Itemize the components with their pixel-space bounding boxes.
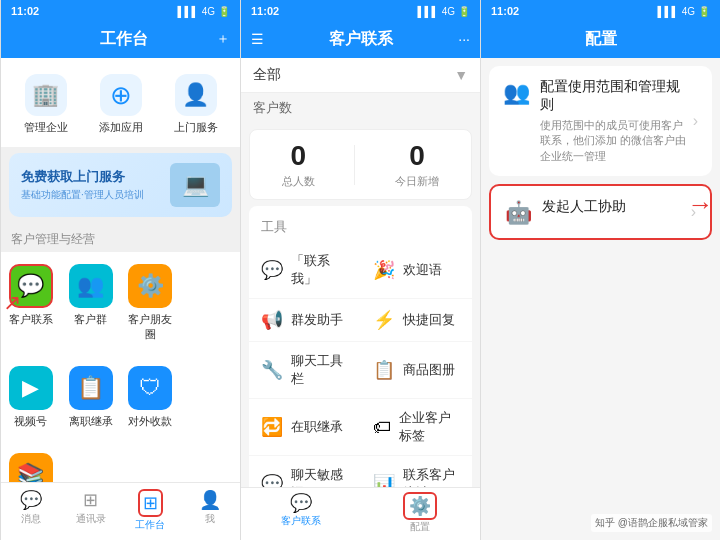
status-icons-1: ▌▌▌ 4G 🔋 (177, 6, 230, 17)
manage-company-icon: 🏢 (25, 74, 67, 116)
network-icon-3: 4G (682, 6, 695, 17)
header-right-workbench[interactable]: ＋ (216, 30, 230, 48)
tool-welcome[interactable]: 🎉 欢迎语 (361, 242, 473, 299)
external-collect-label: 对外收款 (128, 414, 172, 429)
p2-settings-label: 配置 (410, 520, 430, 534)
apps-grid-row1: 💬 客户联系 👥 客户群 ⚙️ 客户朋友圈 (1, 252, 240, 354)
customer-contact-icon: 💬 (9, 264, 53, 308)
header-workbench: 工作台 ＋ (1, 22, 240, 58)
customer-contact-body: 全部 ▼ 客户数 0 总人数 0 今日新增 工具 💬 「联系 (241, 58, 480, 487)
ai-assistant-icon: 🤖 (505, 200, 532, 226)
tool-company-tags[interactable]: 🏷 企业客户标签 (361, 399, 473, 456)
header-right-customer[interactable]: ··· (458, 31, 470, 47)
promo-banner[interactable]: 免费获取上门服务 基础功能配置·管理人员培训 💻 (9, 153, 232, 217)
today-count-num: 0 (395, 140, 439, 172)
p2-customer-icon: 💬 (290, 492, 312, 514)
tools-section: 工具 💬 「联系我」 🎉 欢迎语 📢 群发助手 ⚡ 快捷回复 (249, 206, 472, 487)
promo-desc: 基础功能配置·管理人员培训 (21, 188, 144, 202)
total-count-num: 0 (282, 140, 315, 172)
tools-grid: 💬 「联系我」 🎉 欢迎语 📢 群发助手 ⚡ 快捷回复 🔧 聊天工具 (249, 242, 472, 487)
nav-workbench-label: 工作台 (135, 518, 165, 532)
config-usage-range[interactable]: 👥 配置使用范围和管理规则 使用范围中的成员可使用客户联系，他们添加 的微信客户… (489, 66, 712, 176)
customer-contact-item[interactable]: 💬 客户联系 (1, 256, 61, 350)
promo-text: 免费获取上门服务 基础功能配置·管理人员培训 (21, 168, 144, 202)
tool-customer-stats[interactable]: 📊 联系客户统计 (361, 456, 473, 487)
company-tags-icon: 🏷 (373, 417, 391, 438)
top-icons-grid: 🏢 管理企业 ⊕ 添加应用 👤 上门服务 (1, 58, 240, 147)
config-ai-top: 🤖 发起人工协助 › (505, 198, 696, 226)
ai-assistant-content: 发起人工协助 (542, 198, 691, 216)
customer-count-box: 0 总人数 0 今日新增 (249, 129, 472, 200)
door-service-icon: 👤 (175, 74, 217, 116)
filter-icon: ▼ (454, 67, 468, 83)
quick-reply-label: 快捷回复 (403, 311, 455, 329)
door-service-item[interactable]: 👤 上门服务 (159, 66, 232, 143)
customer-group-label: 客户群 (74, 312, 107, 327)
config-ai-assistant[interactable]: 🤖 发起人工协助 › (489, 184, 712, 240)
usage-range-desc: 使用范围中的成员可使用客户联系，他们添加 的微信客户由企业统一管理 (540, 118, 693, 164)
p2-settings-icon: ⚙️ (409, 495, 431, 517)
battery-icon-3: 🔋 (698, 6, 710, 17)
group-helper-icon: 📢 (261, 309, 283, 331)
add-app-item[interactable]: ⊕ 添加应用 (84, 66, 157, 143)
tool-onboarding[interactable]: 🔁 在职继承 (249, 399, 361, 456)
leave-inheritance-icon: 📋 (69, 366, 113, 410)
header-title-settings: 配置 (511, 29, 690, 50)
status-bar-1: 11:02 ▌▌▌ 4G 🔋 (1, 0, 240, 22)
panel-workbench: 11:02 ▌▌▌ 4G 🔋 工作台 ＋ 🏢 管理企业 ⊕ 添加应用 👤 上门服… (0, 0, 240, 540)
customer-moments-icon: ⚙️ (128, 264, 172, 308)
time-1: 11:02 (11, 5, 39, 17)
customer-moments-label: 客户朋友圈 (125, 312, 177, 342)
customer-group-icon: 👥 (69, 264, 113, 308)
nav-contacts-label: 通讯录 (76, 512, 106, 526)
learning-camp-item[interactable]: 📚 学习园地 (1, 445, 61, 482)
chat-toolbar-icon: 🔧 (261, 359, 283, 381)
nav-workbench[interactable]: ⊞ 工作台 (121, 487, 181, 534)
tool-join-me[interactable]: 💬 「联系我」 (249, 242, 361, 299)
tool-product-catalog[interactable]: 📋 商品图册 (361, 342, 473, 399)
p2-nav-customer-contact[interactable]: 💬 客户联系 (241, 492, 361, 534)
signal-icon-3: ▌▌▌ (657, 6, 678, 17)
nav-messages-label: 消息 (21, 512, 41, 526)
nav-messages[interactable]: 💬 消息 (1, 487, 61, 534)
filter-bar[interactable]: 全部 ▼ (241, 58, 480, 93)
status-icons-3: ▌▌▌ 4G 🔋 (657, 6, 710, 17)
nav-me-label: 我 (205, 512, 215, 526)
nav-contacts[interactable]: ⊞ 通讯录 (61, 487, 121, 534)
tool-group-helper[interactable]: 📢 群发助手 (249, 299, 361, 342)
customer-group-item[interactable]: 👥 客户群 (61, 256, 121, 350)
tool-chat-toolbar[interactable]: 🔧 聊天工具栏 (249, 342, 361, 399)
nav-me[interactable]: 👤 我 (180, 487, 240, 534)
time-3: 11:02 (491, 5, 519, 17)
group-helper-label: 群发助手 (291, 311, 343, 329)
product-catalog-label: 商品图册 (403, 361, 455, 379)
p2-nav-settings[interactable]: ⚙️ 配置 (361, 492, 481, 534)
bottom-nav-workbench: 💬 消息 ⊞ 通讯录 ⊞ 工作台 👤 我 (1, 482, 240, 540)
battery-icon-2: 🔋 (458, 6, 470, 17)
external-collect-item[interactable]: 🛡 对外收款 (121, 358, 181, 437)
tool-sensitive-words[interactable]: 💬 聊天敏感词 (249, 456, 361, 487)
status-icons-2: ▌▌▌ 4G 🔋 (417, 6, 470, 17)
header-title-workbench: 工作台 (31, 29, 216, 50)
leave-inheritance-item[interactable]: 📋 离职继承 (61, 358, 121, 437)
status-bar-2: 11:02 ▌▌▌ 4G 🔋 (241, 0, 480, 22)
onboarding-label: 在职继承 (291, 418, 343, 436)
panel-customer-contact: 11:02 ▌▌▌ 4G 🔋 ☰ 客户联系 ··· 全部 ▼ 客户数 0 总人数 (240, 0, 480, 540)
customer-stats-label: 联系客户统计 (403, 466, 461, 487)
door-service-label: 上门服务 (174, 120, 218, 135)
section-title-customer: 客户管理与经营 (1, 223, 240, 252)
network-icon-1: 4G (202, 6, 215, 17)
customer-contact-label: 客户联系 (9, 312, 53, 327)
header-left-customer[interactable]: ☰ (251, 31, 264, 47)
customer-moments-item[interactable]: ⚙️ 客户朋友圈 (121, 256, 181, 350)
manage-company-item[interactable]: 🏢 管理企业 (9, 66, 82, 143)
welcome-icon: 🎉 (373, 259, 395, 281)
tool-quick-reply[interactable]: ⚡ 快捷回复 (361, 299, 473, 342)
count-section-header: 客户数 (253, 99, 468, 117)
bottom-nav-customer: 💬 客户联系 ⚙️ 配置 (241, 487, 480, 540)
sensitive-words-label: 聊天敏感词 (291, 466, 349, 487)
video-account-item[interactable]: ▶ 视频号 (1, 358, 61, 437)
join-me-icon: 💬 (261, 259, 283, 281)
contacts-icon: ⊞ (83, 489, 98, 511)
filter-label: 全部 (253, 66, 281, 84)
